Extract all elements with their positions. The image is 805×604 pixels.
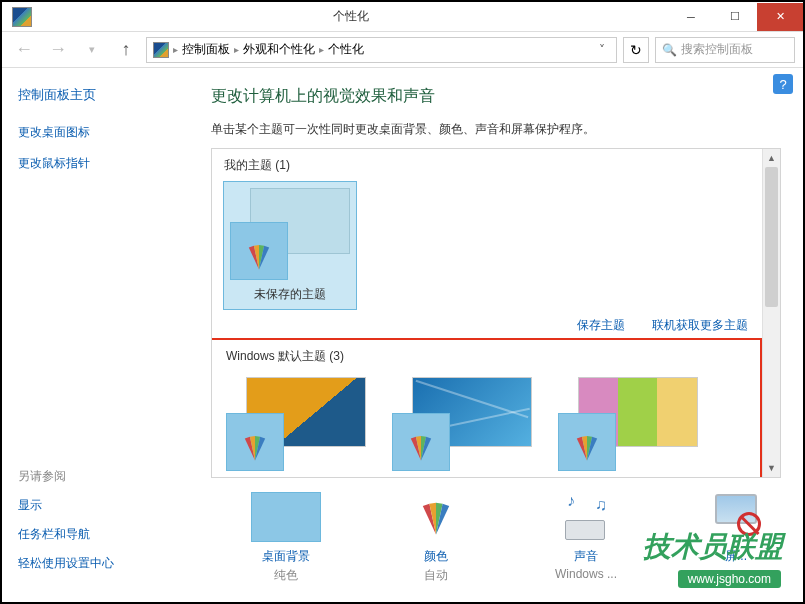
- theme-label: 未保存的主题: [254, 286, 326, 303]
- color-fan-icon: [570, 430, 604, 464]
- search-icon: 🔍: [662, 43, 677, 57]
- window-buttons: ─ ☐ ✕: [669, 3, 803, 31]
- theme-links-row: 保存主题 联机获取更多主题: [212, 311, 760, 338]
- theme-unsaved[interactable]: 未保存的主题: [224, 182, 356, 309]
- color-fan-icon: [242, 239, 276, 273]
- maximize-button[interactable]: ☐: [713, 3, 757, 31]
- default-themes-row: Win... 线条和颜色: [214, 371, 758, 478]
- theme-label: 鲜花: [616, 477, 640, 478]
- my-themes-row: 未保存的主题: [212, 180, 760, 311]
- recent-dropdown[interactable]: ▾: [78, 36, 106, 64]
- color-fan-icon: [404, 430, 438, 464]
- setting-label: 桌面背景: [262, 548, 310, 565]
- get-online-themes-link[interactable]: 联机获取更多主题: [652, 318, 748, 332]
- scroll-down-button[interactable]: ▼: [763, 459, 780, 477]
- color-setting[interactable]: 颜色 自动: [401, 492, 471, 584]
- refresh-button[interactable]: ↻: [623, 37, 649, 63]
- theme-windows[interactable]: Win...: [226, 377, 366, 478]
- minimize-button[interactable]: ─: [669, 3, 713, 31]
- setting-value: 自动: [424, 567, 448, 584]
- sidebar-link-mouse-pointer[interactable]: 更改鼠标指针: [18, 155, 173, 172]
- see-also-display[interactable]: 显示: [18, 497, 114, 514]
- forward-button: →: [44, 36, 72, 64]
- breadcrumb-seg[interactable]: 控制面板: [182, 41, 230, 58]
- main-panel: 更改计算机上的视觉效果和声音 单击某个主题可一次性同时更改桌面背景、颜色、声音和…: [189, 68, 803, 602]
- theme-color-preview: [558, 413, 616, 471]
- scroll-thumb[interactable]: [765, 167, 778, 307]
- see-also-header: 另请参阅: [18, 468, 114, 485]
- save-theme-link[interactable]: 保存主题: [577, 318, 625, 332]
- control-panel-home-link[interactable]: 控制面板主页: [18, 86, 173, 104]
- page-subtitle: 单击某个主题可一次性同时更改桌面背景、颜色、声音和屏幕保护程序。: [211, 121, 781, 138]
- setting-value: Windows ...: [555, 567, 617, 581]
- setting-label: 声音: [574, 548, 598, 565]
- theme-color-preview: [392, 413, 450, 471]
- theme-flowers[interactable]: 鲜花: [558, 377, 698, 478]
- sidebar: 控制面板主页 更改桌面图标 更改鼠标指针 另请参阅 显示 任务栏和导航 轻松使用…: [2, 68, 189, 602]
- search-input[interactable]: 🔍 搜索控制面板: [655, 37, 795, 63]
- back-button[interactable]: ←: [10, 36, 38, 64]
- theme-color-preview: [230, 222, 288, 280]
- theme-thumb: [230, 188, 350, 280]
- page-heading: 更改计算机上的视觉效果和声音: [211, 86, 781, 107]
- default-themes-header: Windows 默认主题 (3): [214, 340, 758, 371]
- titlebar: 个性化 ─ ☐ ✕: [2, 2, 803, 32]
- setting-value: 纯色: [274, 567, 298, 584]
- theme-label: Win...: [281, 477, 312, 478]
- theme-label: 线条和颜色: [432, 477, 492, 478]
- breadcrumb-seg[interactable]: 个性化: [328, 41, 364, 58]
- desktop-bg-icon: [251, 492, 321, 542]
- watermark-url: www.jsgho.com: [678, 570, 781, 588]
- desktop-background-setting[interactable]: 桌面背景 纯色: [251, 492, 321, 584]
- theme-lines-colors[interactable]: 线条和颜色: [392, 377, 532, 478]
- window-title: 个性化: [32, 8, 669, 25]
- color-fan-icon: [238, 430, 272, 464]
- themes-container: 我的主题 (1) 未保存的主题 保存: [211, 148, 781, 478]
- breadcrumb-seg[interactable]: 外观和个性化: [243, 41, 315, 58]
- see-also-section: 另请参阅 显示 任务栏和导航 轻松使用设置中心: [18, 468, 114, 584]
- search-placeholder: 搜索控制面板: [681, 41, 753, 58]
- address-bar: ← → ▾ ↑ ▸ 控制面板 ▸ 外观和个性化 ▸ 个性化 ˅ ↻ 🔍 搜索控制…: [2, 32, 803, 68]
- theme-color-preview: [226, 413, 284, 471]
- setting-label: 颜色: [424, 548, 448, 565]
- chevron-icon[interactable]: ▸: [234, 44, 239, 55]
- my-themes-header: 我的主题 (1): [212, 149, 760, 180]
- content-area: 控制面板主页 更改桌面图标 更改鼠标指针 另请参阅 显示 任务栏和导航 轻松使用…: [2, 68, 803, 602]
- sidebar-link-desktop-icons[interactable]: 更改桌面图标: [18, 124, 173, 141]
- chevron-icon[interactable]: ▸: [173, 44, 178, 55]
- path-dropdown[interactable]: ˅: [594, 43, 610, 57]
- color-icon: [401, 492, 471, 542]
- scroll-up-button[interactable]: ▲: [763, 149, 780, 167]
- breadcrumb[interactable]: ▸ 控制面板 ▸ 外观和个性化 ▸ 个性化 ˅: [146, 37, 617, 63]
- see-also-ease[interactable]: 轻松使用设置中心: [18, 555, 114, 572]
- sound-setting[interactable]: ♪♫ 声音 Windows ...: [551, 492, 621, 581]
- see-also-taskbar[interactable]: 任务栏和导航: [18, 526, 114, 543]
- up-button[interactable]: ↑: [112, 36, 140, 64]
- scrollbar[interactable]: ▲ ▼: [762, 149, 780, 477]
- close-button[interactable]: ✕: [757, 3, 803, 31]
- chevron-icon[interactable]: ▸: [319, 44, 324, 55]
- sound-icon: ♪♫: [551, 492, 621, 542]
- color-fan-icon: [414, 495, 458, 539]
- watermark-text: 技术员联盟: [643, 528, 783, 566]
- path-icon: [153, 42, 169, 58]
- app-icon: [12, 7, 32, 27]
- default-themes-section: Windows 默认主题 (3) Win...: [211, 338, 762, 478]
